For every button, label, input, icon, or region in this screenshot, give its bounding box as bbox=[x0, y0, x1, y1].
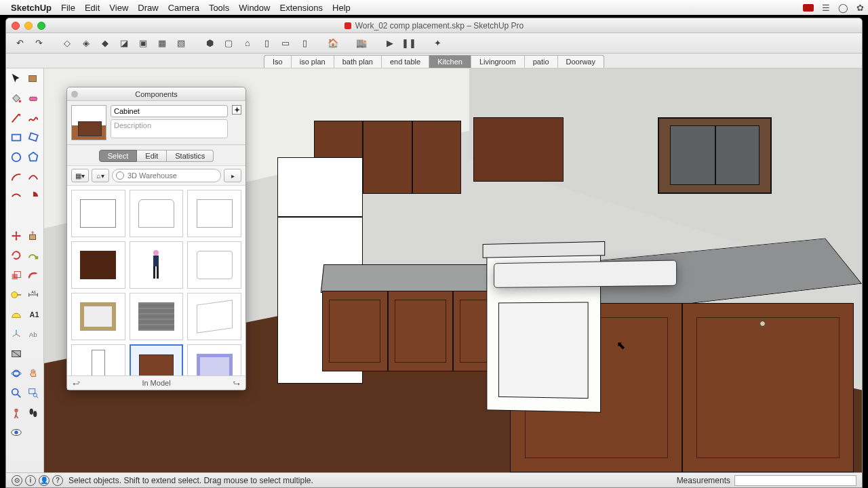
3dwarehouse-icon[interactable]: ✦ bbox=[429, 36, 446, 51]
tape-measure-tool[interactable] bbox=[8, 287, 24, 303]
line-tool[interactable] bbox=[8, 110, 24, 126]
section-plane-tool[interactable] bbox=[8, 346, 24, 362]
components-grid[interactable] bbox=[67, 186, 245, 375]
axes-tool[interactable] bbox=[8, 326, 24, 342]
cloud-sync-icon[interactable]: ◯ bbox=[838, 3, 848, 13]
scene-tab-livingroom[interactable]: Livingroom bbox=[471, 56, 525, 68]
window-minimize-button[interactable] bbox=[24, 22, 33, 30]
style-xray-icon[interactable]: ▦ bbox=[154, 36, 170, 51]
orbit-tool[interactable] bbox=[8, 365, 24, 382]
scene-tab-doorway[interactable]: Doorway bbox=[558, 56, 604, 68]
window-close-button[interactable] bbox=[12, 22, 20, 30]
view-mode-button[interactable]: ▦▾ bbox=[71, 169, 89, 182]
position-camera-tool[interactable] bbox=[8, 405, 24, 421]
select-tool[interactable] bbox=[8, 70, 24, 87]
text-tool[interactable]: A1 bbox=[25, 306, 41, 323]
app-name[interactable]: SketchUp bbox=[11, 3, 52, 13]
grid-item-person[interactable] bbox=[130, 241, 184, 289]
3d-text-tool[interactable]: Ab bbox=[25, 326, 41, 342]
3pt-arc-tool[interactable] bbox=[8, 188, 24, 205]
panel-expand-toggle[interactable]: ✦ bbox=[232, 105, 241, 115]
followme-tool[interactable] bbox=[25, 247, 41, 264]
menu-file[interactable]: File bbox=[61, 3, 75, 13]
freehand-tool[interactable] bbox=[25, 110, 41, 126]
component-name-field[interactable] bbox=[111, 105, 228, 117]
grid-item-sofa[interactable] bbox=[130, 190, 184, 237]
grid-item-tile[interactable] bbox=[130, 293, 184, 340]
protractor-tool[interactable] bbox=[8, 306, 24, 323]
pie-tool[interactable] bbox=[25, 188, 41, 205]
walk-tool[interactable] bbox=[25, 405, 41, 421]
view-back-icon[interactable]: ▭ bbox=[277, 36, 294, 51]
rectangle-tool[interactable] bbox=[8, 129, 24, 146]
details-button[interactable]: ▸ bbox=[224, 169, 241, 182]
rotate-tool[interactable] bbox=[8, 247, 24, 264]
nav-back-icon[interactable]: ⮐ bbox=[73, 379, 80, 387]
menu-view[interactable]: View bbox=[109, 3, 128, 13]
warehouse-search-input[interactable] bbox=[112, 169, 221, 182]
style-backedges-icon[interactable]: ▧ bbox=[173, 36, 189, 51]
view-left-icon[interactable]: ▯ bbox=[296, 36, 313, 51]
paint-bucket-tool[interactable] bbox=[8, 90, 24, 106]
view-iso-icon[interactable]: ⬢ bbox=[201, 36, 218, 51]
scene-tab-isoplan[interactable]: iso plan bbox=[292, 56, 334, 68]
arc-tool[interactable] bbox=[8, 169, 24, 185]
components-panel-titlebar[interactable]: Components bbox=[67, 87, 245, 101]
grid-item-fridge[interactable] bbox=[71, 344, 125, 375]
extension-warehouse-icon[interactable]: 🏬 bbox=[353, 36, 370, 51]
style-hiddenline-icon[interactable]: ◈ bbox=[78, 36, 94, 51]
scene-tab-bathplan[interactable]: bath plan bbox=[334, 56, 382, 68]
grid-item-mattress[interactable] bbox=[187, 241, 241, 289]
pause-animation-button[interactable]: ❚❚ bbox=[401, 36, 417, 51]
grid-item-cabinet[interactable] bbox=[130, 344, 184, 375]
grid-item-dining-set[interactable] bbox=[71, 190, 125, 237]
measurements-input[interactable] bbox=[734, 475, 856, 486]
settings-gear-icon[interactable]: ✿ bbox=[856, 3, 864, 13]
menu-tools[interactable]: Tools bbox=[209, 3, 229, 13]
move-tool[interactable] bbox=[8, 228, 24, 244]
in-model-button[interactable]: ⌂▾ bbox=[92, 169, 109, 182]
help-icon[interactable]: ? bbox=[52, 475, 63, 486]
polygon-tool[interactable] bbox=[25, 149, 41, 165]
scene-tab-kitchen[interactable]: Kitchen bbox=[429, 56, 471, 68]
notification-center-icon[interactable]: ☰ bbox=[822, 3, 830, 13]
window-titlebar[interactable]: Work_02 comp placement.skp – SketchUp Pr… bbox=[6, 18, 862, 33]
panel-close-button[interactable] bbox=[71, 91, 78, 98]
model-info-icon[interactable]: 🏠 bbox=[325, 36, 341, 51]
grid-item-rug[interactable] bbox=[187, 344, 241, 375]
style-shadedtex-icon[interactable]: ◪ bbox=[116, 36, 132, 51]
undo-button[interactable]: ↶ bbox=[12, 36, 28, 51]
make-component-tool[interactable] bbox=[25, 70, 41, 87]
grid-item-sectional[interactable] bbox=[187, 190, 241, 237]
circle-tool[interactable] bbox=[8, 149, 24, 165]
style-wireframe-icon[interactable]: ◇ bbox=[59, 36, 75, 51]
grid-item-frame[interactable] bbox=[71, 293, 125, 340]
signin-icon[interactable]: 👤 bbox=[39, 475, 50, 486]
pan-tool[interactable] bbox=[25, 365, 41, 382]
view-front-icon[interactable]: ⌂ bbox=[239, 36, 256, 51]
panel-tab-edit[interactable]: Edit bbox=[137, 150, 167, 162]
geolocation-icon[interactable]: ⊙ bbox=[12, 475, 22, 486]
credits-icon[interactable]: i bbox=[25, 475, 36, 486]
scene-tab-iso[interactable]: Iso bbox=[264, 56, 292, 68]
style-shaded-icon[interactable]: ◆ bbox=[97, 36, 113, 51]
menu-camera[interactable]: Camera bbox=[168, 3, 199, 13]
style-mono-icon[interactable]: ▣ bbox=[135, 36, 151, 51]
nav-fwd-icon[interactable]: ⮑ bbox=[233, 379, 240, 387]
eraser-tool[interactable] bbox=[25, 90, 41, 106]
panel-tab-select[interactable]: Select bbox=[99, 150, 138, 162]
redo-button[interactable]: ↷ bbox=[31, 36, 47, 51]
view-top-icon[interactable]: ▢ bbox=[220, 36, 237, 51]
dimension-tool[interactable]: A1 bbox=[25, 287, 41, 303]
rotated-rect-tool[interactable] bbox=[25, 129, 41, 146]
scene-tab-endtable[interactable]: end table bbox=[382, 56, 429, 68]
window-zoom-button[interactable] bbox=[37, 22, 45, 30]
view-right-icon[interactable]: ▯ bbox=[258, 36, 275, 51]
zoom-tool[interactable] bbox=[8, 385, 24, 401]
components-panel[interactable]: Components Description ✦ Select Edit Sta… bbox=[66, 87, 246, 390]
menu-draw[interactable]: Draw bbox=[138, 3, 158, 13]
menu-help[interactable]: Help bbox=[332, 3, 351, 13]
panel-tab-statistics[interactable]: Statistics bbox=[167, 150, 214, 162]
menu-extensions[interactable]: Extensions bbox=[279, 3, 323, 13]
pushpull-tool[interactable] bbox=[25, 228, 41, 244]
